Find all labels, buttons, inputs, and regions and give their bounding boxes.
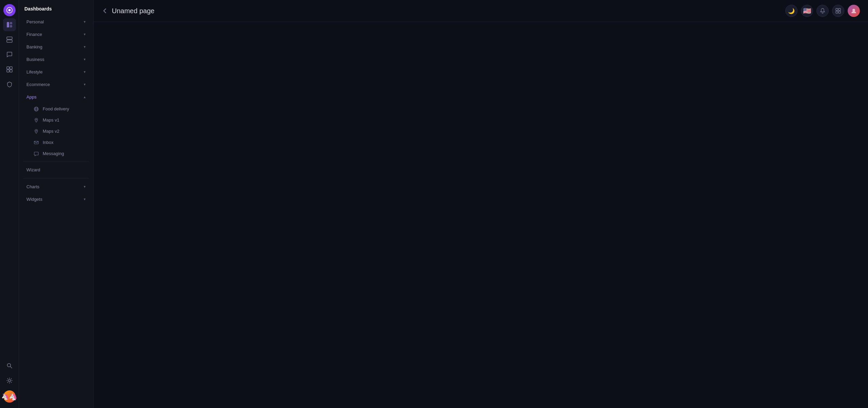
nav-item-lifestyle-label: Lifestyle (26, 69, 84, 74)
svg-rect-5 (7, 37, 12, 39)
nav-subitem-food-delivery-label: Food delivery (43, 106, 69, 111)
nav-item-banking[interactable]: Banking ▾ (21, 41, 91, 53)
nav-subitem-maps-v1-label: Maps v1 (43, 117, 59, 123)
shield-icon[interactable] (3, 78, 16, 91)
chevron-down-icon: ▾ (84, 82, 86, 87)
apps-grid-button[interactable] (832, 5, 844, 17)
chevron-down-icon: ▾ (84, 197, 86, 201)
pin-icon (33, 118, 39, 123)
logo-button[interactable] (3, 4, 16, 16)
back-button[interactable] (102, 8, 108, 14)
nav-subitem-inbox[interactable]: Inbox (21, 137, 91, 148)
svg-rect-8 (10, 67, 12, 69)
svg-rect-22 (836, 11, 838, 13)
sidebar-toggle-icon[interactable] (3, 18, 16, 31)
nav-item-apps[interactable]: Apps ▴ (21, 91, 91, 103)
nav-title: Dashboards (19, 0, 93, 16)
svg-point-18 (36, 130, 37, 131)
svg-rect-6 (7, 40, 12, 42)
nav-item-lifestyle[interactable]: Lifestyle ▾ (21, 66, 91, 78)
chevron-down-icon: ▾ (84, 57, 86, 62)
pin-icon (33, 129, 39, 134)
svg-rect-2 (7, 22, 9, 27)
svg-rect-4 (10, 25, 12, 27)
svg-point-1 (8, 9, 11, 12)
chevron-down-icon: ▾ (84, 45, 86, 49)
user-avatar-button[interactable] (848, 5, 860, 17)
user-avatar-bottom[interactable]: 🦄 (3, 390, 16, 403)
chat-icon[interactable] (3, 48, 16, 61)
nav-item-personal[interactable]: Personal ▾ (21, 16, 91, 28)
nav-subitem-maps-v2[interactable]: Maps v2 (21, 126, 91, 136)
dark-mode-button[interactable]: 🌙 (785, 5, 798, 17)
nav-item-wizard-label: Wizard (26, 167, 40, 172)
top-bar: Unamed page 🌙 🇺🇸 (94, 0, 868, 22)
language-button[interactable]: 🇺🇸 (801, 5, 813, 17)
nav-item-business[interactable]: Business ▾ (21, 53, 91, 65)
moon-icon: 🌙 (788, 8, 795, 14)
nav-item-business-label: Business (26, 57, 84, 62)
nav-item-ecommerce[interactable]: Ecommerce ▾ (21, 79, 91, 90)
nav-subitem-maps-v2-label: Maps v2 (43, 129, 59, 134)
svg-line-12 (10, 367, 12, 368)
grid-icon[interactable] (3, 63, 16, 76)
nav-subitem-food-delivery[interactable]: Food delivery (21, 104, 91, 114)
envelope-icon (33, 140, 39, 145)
svg-rect-20 (836, 8, 838, 10)
svg-rect-9 (7, 70, 9, 72)
nav-item-wizard[interactable]: Wizard (21, 164, 91, 176)
svg-rect-7 (7, 67, 9, 69)
nav-divider-2 (23, 178, 89, 178)
nav-item-personal-label: Personal (26, 19, 84, 24)
nav-item-widgets[interactable]: Widgets ▾ (21, 193, 91, 205)
svg-rect-23 (839, 11, 841, 13)
layout-icon[interactable] (3, 33, 16, 46)
nav-subitem-messaging-label: Messaging (43, 151, 64, 156)
page-title: Unamed page (112, 7, 155, 15)
chevron-up-icon: ▴ (84, 95, 86, 99)
globe-icon (33, 107, 39, 111)
nav-sidebar: Dashboards Personal ▾ Finance ▾ Banking … (19, 0, 94, 408)
svg-rect-3 (10, 22, 12, 24)
svg-rect-10 (10, 70, 12, 72)
notification-button[interactable] (816, 5, 829, 17)
flag-icon: 🇺🇸 (803, 7, 811, 15)
nav-item-charts[interactable]: Charts ▾ (21, 181, 91, 193)
nav-item-widgets-label: Widgets (26, 197, 84, 202)
content-area (94, 22, 868, 408)
icon-sidebar: 🦄 (0, 0, 19, 408)
nav-item-charts-label: Charts (26, 184, 84, 189)
nav-subitem-inbox-label: Inbox (43, 140, 54, 145)
nav-item-apps-label: Apps (26, 94, 84, 100)
settings-icon[interactable] (3, 374, 16, 387)
nav-subitem-maps-v1[interactable]: Maps v1 (21, 115, 91, 125)
chevron-down-icon: ▾ (84, 185, 86, 189)
top-bar-right: 🌙 🇺🇸 (785, 5, 860, 17)
chevron-down-icon: ▾ (84, 20, 86, 24)
svg-point-13 (8, 380, 11, 382)
main-content: Unamed page 🌙 🇺🇸 (94, 0, 868, 408)
nav-item-finance[interactable]: Finance ▾ (21, 28, 91, 40)
chevron-down-icon: ▾ (84, 32, 86, 37)
nav-item-banking-label: Banking (26, 44, 84, 49)
nav-divider-1 (23, 161, 89, 162)
top-bar-left: Unamed page (102, 7, 155, 15)
search-icon[interactable] (3, 359, 16, 372)
message-icon (33, 151, 39, 156)
nav-item-finance-label: Finance (26, 32, 84, 37)
svg-point-24 (852, 9, 855, 12)
nav-subitem-messaging[interactable]: Messaging (21, 148, 91, 159)
chevron-down-icon: ▾ (84, 70, 86, 74)
svg-rect-21 (839, 8, 841, 10)
svg-point-17 (36, 119, 37, 120)
nav-item-ecommerce-label: Ecommerce (26, 82, 84, 87)
